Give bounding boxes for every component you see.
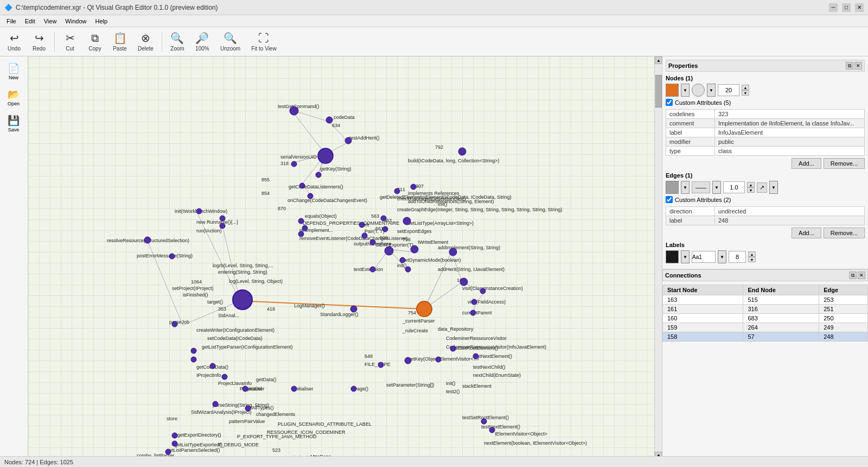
menu-view[interactable]: View	[40, 17, 61, 26]
svg-text:setProject(IProject): setProject(IProject)	[172, 286, 214, 291]
svg-point-153	[172, 321, 177, 327]
edge-line-dropdown[interactable]: ▼	[712, 181, 721, 194]
menu-file[interactable]: File	[2, 17, 21, 26]
connections-float-button[interactable]: ⧉	[849, 272, 857, 279]
save-tool-button[interactable]: 💾 Save	[1, 111, 26, 136]
properties-float-button[interactable]: ⧉	[846, 62, 853, 70]
edge-size-input[interactable]	[723, 181, 745, 193]
vscroll-up-arrow[interactable]: ▲	[655, 56, 662, 64]
delete-label: Delete	[138, 46, 154, 52]
svg-point-163	[471, 299, 477, 305]
svg-point-139	[290, 106, 298, 115]
canvas-inner: testGetCommand() _codeData 634 testAddHe…	[28, 56, 662, 459]
undo-button[interactable]: ↩ Undo	[2, 29, 26, 54]
label-color-swatch[interactable]	[666, 250, 679, 263]
node-remove-attr-button[interactable]: Remove...	[824, 158, 865, 169]
open-tool-button[interactable]: 📂 Open	[1, 85, 26, 110]
font-size-down[interactable]: ▼	[748, 257, 756, 262]
node-color-dropdown[interactable]: ▼	[681, 84, 690, 97]
paste-button[interactable]: 📋 Paste	[108, 29, 132, 54]
svg-text:LogManager(): LogManager()	[294, 303, 325, 308]
svg-point-199	[481, 419, 487, 424]
unzoom-button[interactable]: 🔍 Unzoom	[215, 29, 245, 54]
edge-color-dropdown[interactable]: ▼	[681, 181, 690, 194]
label-color-dropdown[interactable]: ▼	[681, 250, 690, 263]
toolbar: ↩ Undo ↪ Redo ✂ Cut ⧉ Copy 📋 Paste ⊗ Del…	[0, 27, 868, 56]
svg-point-151	[169, 254, 175, 259]
edge-add-attr-button[interactable]: Add...	[792, 228, 821, 238]
minimize-button[interactable]: ─	[829, 3, 838, 12]
node-custom-attrs-checkbox[interactable]	[666, 99, 673, 106]
properties-label: Properties	[668, 62, 698, 69]
svg-text:target(): target()	[207, 299, 223, 305]
cut-button[interactable]: ✂ Cut	[58, 29, 82, 54]
edge-arrow-button[interactable]: ↗	[757, 182, 767, 193]
redo-button[interactable]: ↪ Redo	[27, 29, 51, 54]
svg-text:418: 418	[267, 306, 275, 312]
table-row[interactable]: 163 515 253	[663, 295, 868, 305]
graph-canvas[interactable]: testGetCommand() _codeData 634 testAddHe…	[28, 56, 654, 459]
zoom-pct-button[interactable]: 🔎 100%	[190, 29, 214, 54]
edge-remove-attr-button[interactable]: Remove...	[824, 228, 865, 238]
node-size-input[interactable]	[718, 84, 739, 96]
edge-custom-attrs-checkbox[interactable]	[666, 196, 673, 203]
edge-arrow-dropdown[interactable]: ▼	[769, 181, 778, 194]
font-size-spin: ▲ ▼	[748, 251, 756, 262]
close-button[interactable]: ✕	[855, 3, 864, 12]
edge-size-up[interactable]: ▲	[747, 182, 755, 187]
table-row: type class	[666, 147, 865, 156]
connections-close-button[interactable]: ✕	[858, 272, 865, 279]
node-size-up[interactable]: ▲	[742, 85, 749, 90]
svg-text:init(): init()	[446, 381, 456, 386]
node-custom-attrs-row: Custom Attributes (5)	[666, 99, 865, 106]
font-dropdown[interactable]: ▼	[718, 250, 726, 263]
svg-point-165	[458, 148, 466, 155]
table-row[interactable]: 159 264 249	[663, 323, 868, 332]
svg-text:DEPENDS_PROPERTIES_COMMENTAIRE: DEPENDS_PROPERTIES_COMMENTAIRE	[303, 220, 399, 226]
svg-text:523: 523	[272, 447, 280, 453]
svg-point-148	[220, 216, 225, 221]
vertical-scrollbar[interactable]: ▲ ▼	[654, 56, 662, 459]
table-row[interactable]: 161 316 251	[663, 305, 868, 314]
table-row[interactable]: 158 57 248	[663, 332, 868, 342]
node-add-attr-button[interactable]: Add...	[792, 158, 821, 169]
open-tool-icon: 📂	[8, 89, 20, 100]
font-name-input[interactable]	[692, 251, 716, 263]
svg-text:postErrorMessage(String): postErrorMessage(String)	[137, 253, 193, 258]
vscroll-thumb[interactable]	[655, 75, 662, 108]
table-row[interactable]: 160 683 250	[663, 314, 868, 323]
edge-color-swatch[interactable]	[666, 181, 679, 194]
maximize-button[interactable]: □	[842, 3, 851, 12]
node-shape-button[interactable]	[692, 84, 705, 97]
col-edge: Edge	[819, 285, 868, 295]
right-panel: Properties ⧉ ✕ Nodes (1) ▼ ▼ ▲	[662, 56, 868, 467]
properties-close-button[interactable]: ✕	[854, 62, 862, 70]
menu-window[interactable]: Window	[61, 17, 91, 26]
font-size-input[interactable]	[729, 251, 746, 263]
labels-title: Labels	[666, 242, 865, 248]
svg-point-200	[489, 427, 495, 433]
svg-point-171	[362, 233, 367, 238]
svg-text:PLUGIN_SCENARIO_ATTRIBUTE_LABE: PLUGIN_SCENARIO_ATTRIBUTE_LABEL	[278, 421, 372, 427]
status-bar: Nodes: 724 | Edges: 1025	[0, 456, 868, 467]
edge-line-style-button[interactable]: ——	[692, 181, 710, 193]
new-tool-label: New	[9, 75, 18, 80]
menu-edit[interactable]: Edit	[21, 17, 40, 26]
nodes-count-label: Nodes (1)	[666, 75, 865, 81]
menu-help[interactable]: Help	[91, 17, 112, 26]
fit-icon: ⛶	[258, 32, 269, 45]
svg-text:907: 907	[416, 184, 424, 189]
font-size-up[interactable]: ▲	[748, 251, 756, 257]
node-shape-dropdown[interactable]: ▼	[707, 84, 716, 97]
fit-view-button[interactable]: ⛶ Fit to View	[246, 29, 282, 54]
node-color-swatch[interactable]	[666, 84, 679, 97]
svg-text:754: 754	[408, 310, 416, 315]
edge-style-controls: ▼ —— ▼ ▲ ▼ ↗ ▼	[666, 181, 865, 194]
new-tool-button[interactable]: 📄 New	[1, 59, 26, 84]
zoom-button[interactable]: 🔍 Zoom	[165, 29, 189, 54]
node-size-down[interactable]: ▼	[742, 90, 749, 96]
svg-text:634: 634	[332, 123, 340, 128]
copy-button[interactable]: ⧉ Copy	[83, 29, 107, 54]
delete-button[interactable]: ⊗ Delete	[133, 29, 158, 54]
edge-size-down[interactable]: ▼	[747, 187, 755, 193]
